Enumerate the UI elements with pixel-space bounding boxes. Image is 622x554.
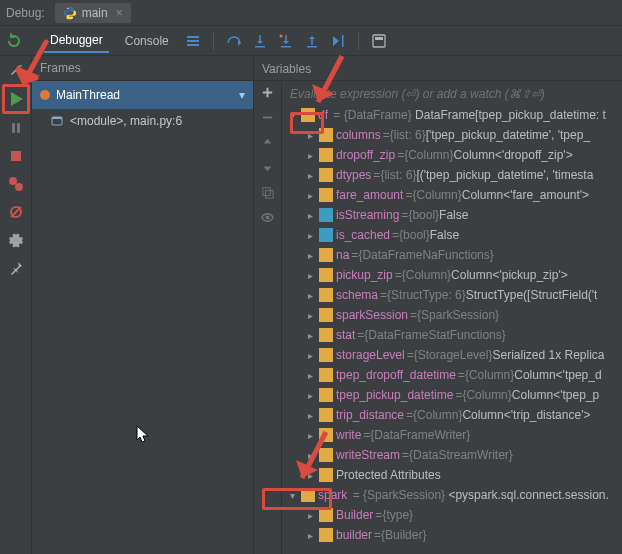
copy-icon[interactable] bbox=[260, 185, 275, 200]
chevron-down-icon[interactable]: ▾ bbox=[286, 110, 298, 121]
svg-rect-13 bbox=[17, 123, 20, 133]
step-into-my-icon[interactable] bbox=[278, 33, 294, 49]
variables-tree[interactable]: Evaluate expression (⏎) or add a watch (… bbox=[282, 81, 622, 554]
var-value: ['tpep_pickup_datetime', 'tpep_ bbox=[426, 128, 590, 142]
remove-watch-icon[interactable] bbox=[260, 110, 275, 125]
thread-selector[interactable]: MainThread ▾ bbox=[32, 81, 253, 109]
up-icon[interactable] bbox=[260, 135, 275, 150]
var-sparkSession[interactable]: ▸sparkSession = {SparkSession} bbox=[282, 305, 622, 325]
show-watches-icon[interactable] bbox=[260, 210, 275, 225]
var-value: Serialized 1x Replica bbox=[492, 348, 604, 362]
object-icon bbox=[301, 488, 315, 502]
var-type: {DataFrameWriter} bbox=[370, 428, 470, 442]
chevron-right-icon[interactable]: ▸ bbox=[304, 430, 316, 441]
down-icon[interactable] bbox=[260, 160, 275, 175]
dataframe-icon bbox=[301, 108, 315, 122]
chevron-right-icon[interactable]: ▸ bbox=[304, 310, 316, 321]
field-icon bbox=[319, 248, 333, 262]
step-into-icon[interactable] bbox=[252, 33, 268, 49]
var-pickup_zip[interactable]: ▸pickup_zip = {Column} Column<'pickup_zi… bbox=[282, 265, 622, 285]
chevron-down-icon[interactable]: ▾ bbox=[286, 490, 298, 501]
chevron-right-icon[interactable]: ▸ bbox=[304, 190, 316, 201]
chevron-right-icon[interactable]: ▸ bbox=[304, 330, 316, 341]
stack-frame[interactable]: <module>, main.py:6 bbox=[32, 109, 253, 133]
var-writeStream[interactable]: ▸writeStream = {DataStreamWriter} bbox=[282, 445, 622, 465]
chevron-right-icon[interactable]: ▸ bbox=[304, 350, 316, 361]
run-to-cursor-icon[interactable] bbox=[330, 33, 346, 49]
var-name: trip_distance bbox=[336, 408, 404, 422]
chevron-right-icon[interactable]: ▸ bbox=[304, 370, 316, 381]
var-trip_distance[interactable]: ▸trip_distance = {Column} Column<'trip_d… bbox=[282, 405, 622, 425]
var-na[interactable]: ▸na = {DataFrameNaFunctions} bbox=[282, 245, 622, 265]
svg-rect-4 bbox=[187, 44, 199, 46]
var-name: Builder bbox=[336, 508, 373, 522]
var-fare_amount[interactable]: ▸fare_amount = {Column} Column<'fare_amo… bbox=[282, 185, 622, 205]
file-tab-main[interactable]: main × bbox=[55, 3, 131, 23]
chevron-right-icon[interactable]: ▸ bbox=[304, 450, 316, 461]
var-df[interactable]: ▾ df = {DataFrame} DataFrame[tpep_pickup… bbox=[282, 105, 622, 125]
chevron-right-icon[interactable]: ▸ bbox=[304, 290, 316, 301]
stop-icon[interactable] bbox=[8, 148, 24, 164]
chevron-right-icon[interactable]: ▸ bbox=[304, 470, 316, 481]
chevron-right-icon[interactable]: ▸ bbox=[304, 230, 316, 241]
var-isStreaming[interactable]: ▸isStreaming = {bool} False bbox=[282, 205, 622, 225]
var-attrs[interactable]: ▸Protected Attributes bbox=[282, 465, 622, 485]
var-stat[interactable]: ▸stat = {DataFrameStatFunctions} bbox=[282, 325, 622, 345]
chevron-right-icon[interactable]: ▸ bbox=[304, 270, 316, 281]
chevron-right-icon[interactable]: ▸ bbox=[304, 510, 316, 521]
chevron-right-icon[interactable]: ▸ bbox=[304, 390, 316, 401]
svg-rect-20 bbox=[263, 188, 271, 196]
var-dropoff_zip[interactable]: ▸dropoff_zip = {Column} Column<'dropoff_… bbox=[282, 145, 622, 165]
svg-rect-8 bbox=[307, 46, 317, 48]
var-dtypes[interactable]: ▸dtypes = {list: 6} [('tpep_pickup_datet… bbox=[282, 165, 622, 185]
var-schema[interactable]: ▸schema = {StructType: 6} StructType([St… bbox=[282, 285, 622, 305]
var-value: [('tpep_pickup_datetime', 'timesta bbox=[416, 168, 593, 182]
thread-status-icon bbox=[40, 90, 50, 100]
resume-icon[interactable] bbox=[7, 90, 25, 108]
svg-point-7 bbox=[279, 34, 282, 37]
var-write[interactable]: ▸write = {DataFrameWriter} bbox=[282, 425, 622, 445]
pin-icon[interactable] bbox=[8, 260, 24, 276]
svg-rect-3 bbox=[187, 40, 199, 42]
tab-console[interactable]: Console bbox=[119, 30, 175, 52]
frame-label: <module>, main.py:6 bbox=[70, 114, 182, 128]
chevron-right-icon[interactable]: ▸ bbox=[304, 210, 316, 221]
var-Builder[interactable]: ▸Builder = {type} bbox=[282, 505, 622, 525]
pause-icon[interactable] bbox=[8, 120, 24, 136]
var-is_cached[interactable]: ▸is_cached = {bool} False bbox=[282, 225, 622, 245]
chevron-right-icon[interactable]: ▸ bbox=[304, 170, 316, 181]
rerun-icon[interactable] bbox=[6, 33, 22, 49]
svg-point-0 bbox=[67, 7, 68, 8]
evaluate-icon[interactable] bbox=[371, 33, 387, 49]
step-out-icon[interactable] bbox=[304, 33, 320, 49]
chevron-right-icon[interactable]: ▸ bbox=[304, 530, 316, 541]
step-over-icon[interactable] bbox=[226, 33, 242, 49]
frames-pane: Frames MainThread ▾ <module>, main.py:6 bbox=[32, 56, 254, 554]
field-icon bbox=[319, 368, 333, 382]
add-watch-icon[interactable] bbox=[260, 85, 275, 100]
chevron-right-icon[interactable]: ▸ bbox=[304, 250, 316, 261]
field-icon bbox=[319, 168, 333, 182]
var-columns[interactable]: ▸columns = {list: 6} ['tpep_pickup_datet… bbox=[282, 125, 622, 145]
var-tpep_pickup_datetime[interactable]: ▸tpep_pickup_datetime = {Column} Column<… bbox=[282, 385, 622, 405]
thread-name: MainThread bbox=[56, 88, 120, 102]
svg-rect-21 bbox=[266, 191, 274, 199]
var-storageLevel[interactable]: ▸storageLevel = {StorageLevel} Serialize… bbox=[282, 345, 622, 365]
chevron-right-icon[interactable]: ▸ bbox=[304, 150, 316, 161]
tab-debugger[interactable]: Debugger bbox=[44, 29, 109, 53]
separator bbox=[213, 32, 214, 50]
threads-icon[interactable] bbox=[185, 33, 201, 49]
evaluate-prompt[interactable]: Evaluate expression (⏎) or add a watch (… bbox=[282, 83, 622, 105]
var-spark[interactable]: ▾ spark = {SparkSession} <pyspark.sql.co… bbox=[282, 485, 622, 505]
close-icon[interactable]: × bbox=[116, 6, 123, 20]
wrench-icon[interactable] bbox=[8, 62, 24, 78]
mute-breakpoints-icon[interactable] bbox=[8, 204, 24, 220]
var-builder[interactable]: ▸builder = {Builder} bbox=[282, 525, 622, 545]
var-tpep_dropoff_datetime[interactable]: ▸tpep_dropoff_datetime = {Column} Column… bbox=[282, 365, 622, 385]
field-icon bbox=[319, 448, 333, 462]
chevron-right-icon[interactable]: ▸ bbox=[304, 130, 316, 141]
chevron-right-icon[interactable]: ▸ bbox=[304, 410, 316, 421]
settings-icon[interactable] bbox=[8, 232, 24, 248]
view-breakpoints-icon[interactable] bbox=[8, 176, 24, 192]
var-type: {DataFrameStatFunctions} bbox=[364, 328, 505, 342]
